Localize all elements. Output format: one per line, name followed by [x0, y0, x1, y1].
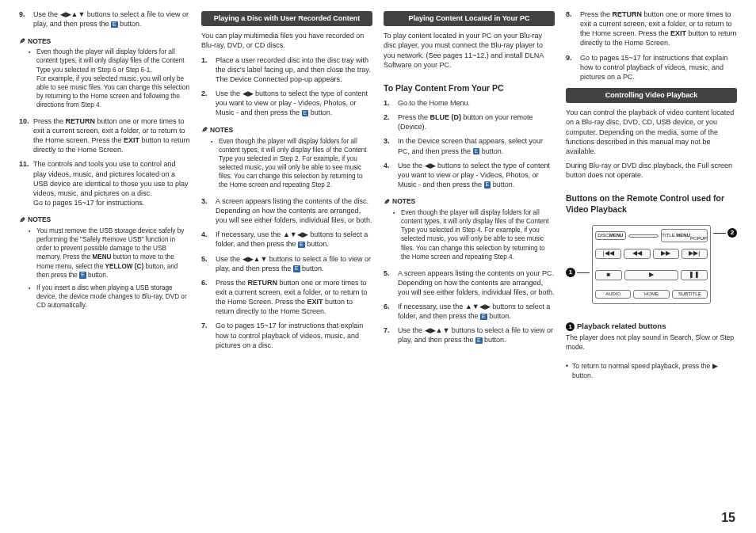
step-number: 9.	[566, 53, 580, 82]
col2-steps-a: 1.Place a user recorded disc into the di…	[201, 55, 372, 123]
step-text: The controls and tools you use to contro…	[33, 159, 190, 207]
column-4: 8.Press the RETURN button one or more ti…	[566, 10, 737, 511]
leader-line-icon	[713, 233, 726, 234]
step-text: Press the RETURN button one or more time…	[580, 10, 737, 48]
step-number: 8.	[566, 10, 580, 48]
callout-1: 1	[566, 268, 575, 277]
col1-notes-a: Even though the player will display fold…	[19, 48, 190, 112]
step-number: 2.	[384, 112, 398, 131]
step-number: 7.	[201, 321, 216, 349]
manual-page: 9.Use the ◀▶▲▼ buttons to select a file …	[0, 0, 756, 533]
note-item: If you insert a disc when playing a USB …	[30, 284, 190, 310]
page-number: 15	[721, 509, 735, 527]
intro-text: You can play multimedia files you have r…	[201, 31, 372, 50]
remote-subtitle-button: SUBTITLE	[672, 290, 708, 299]
step-text: If necessary, use the ▲▼◀▶ buttons to se…	[216, 230, 372, 249]
step-number: 6.	[384, 302, 398, 321]
step-number: 10.	[19, 116, 33, 155]
callout-2: 2	[727, 228, 737, 238]
step-text: Use the ◀▶ buttons to select the type of…	[216, 89, 372, 117]
step-text: Go to pages 15~17 for instructions that …	[216, 321, 372, 349]
col1-notes-b: You must remove the USB storage device s…	[19, 227, 190, 314]
remote-disc-menu-button: DISC MENU	[595, 231, 626, 240]
remote-forward-button: ▶▶	[653, 249, 679, 259]
col2-steps-b: 3.A screen appears listing the contents …	[201, 196, 372, 355]
playback-note: The player does not play sound in Search…	[566, 333, 737, 352]
step-number: 1.	[384, 98, 398, 108]
intro-text: To play content located in your PC on yo…	[384, 31, 555, 70]
remote-layout: DISC MENU TITLE MENUPOPUP |◀◀ ◀◀ ▶▶ ▶▶| …	[592, 225, 711, 304]
remote-stop-button: ■	[595, 270, 622, 280]
step-number: 3.	[384, 136, 398, 155]
step-number: 5.	[201, 254, 216, 273]
col3-steps-a: 1.Go to the Home Menu. 2.Press the BLUE …	[384, 98, 555, 194]
remote-figure: 1 2 DISC MENU TITLE MENUPOPUP |◀◀ ◀◀ ▶▶ …	[566, 225, 737, 312]
note-item: Even though the player will display fold…	[30, 48, 190, 109]
step-text: Use the ◀▶▲▼ buttons to select a file to…	[33, 10, 190, 29]
step-number: 11.	[19, 159, 33, 207]
remote-pause-button: ❚❚	[681, 270, 708, 280]
step-number: 1.	[201, 55, 216, 84]
step-text: Use the ◀▶▲▼ buttons to select a file to…	[398, 326, 555, 345]
step-number: 4.	[384, 161, 398, 189]
remote-rewind-button: ◀◀	[624, 249, 650, 259]
column-2: Playing a Disc with User Recorded Conten…	[201, 10, 372, 511]
step-number: 4.	[201, 230, 216, 249]
col1-steps-b: 10.Press the RETURN button one or more t…	[19, 116, 190, 212]
note-item: You must remove the USB storage device s…	[30, 227, 190, 279]
step-text: Press the RETURN button one or more time…	[33, 116, 190, 155]
remote-play-button: ▶	[624, 270, 678, 280]
step-number: 6.	[201, 278, 216, 317]
step-text: If necessary, use the ▲▼◀▶ buttons to se…	[398, 302, 555, 321]
note-item: Even though the player will display fold…	[395, 208, 555, 261]
step-text: A screen appears listing the contents of…	[216, 196, 372, 225]
remote-audio-button: AUDIO	[595, 290, 631, 299]
notes-label: NOTES	[384, 197, 555, 207]
column-3: Playing Content Located in Your PC To pl…	[384, 10, 555, 511]
step-number: 7.	[384, 326, 398, 345]
column-1: 9.Use the ◀▶▲▼ buttons to select a file …	[19, 10, 190, 511]
remote-title-menu-button: TITLE MENUPOPUP	[661, 229, 708, 242]
col1-steps-a: 9.Use the ◀▶▲▼ buttons to select a file …	[19, 10, 190, 33]
notes-label: NOTES	[201, 125, 372, 135]
col4-steps-cont: 8.Press the RETURN button one or more ti…	[566, 10, 737, 86]
playback-tip: To return to normal speed playback, pres…	[566, 362, 737, 380]
note-item: Even though the player will display fold…	[212, 137, 372, 189]
callout-circle-icon: 1	[566, 322, 575, 331]
step-text: Go to the Home Menu.	[398, 98, 555, 108]
subsection-heading: To Play Content From Your PC	[384, 82, 555, 93]
subsection-heading: Buttons on the Remote Control used for V…	[566, 192, 737, 215]
notes-label: NOTES	[19, 36, 190, 46]
section-banner: Playing a Disc with User Recorded Conten…	[201, 11, 372, 26]
callout-circle-icon: 2	[727, 228, 737, 238]
playback-subhead: 1Playback related buttons	[566, 322, 737, 332]
callout-circle-icon: 1	[566, 268, 575, 277]
remote-skip-back-button: |◀◀	[595, 249, 621, 259]
col2-notes: Even though the player will display fold…	[201, 137, 372, 193]
step-text: Go to pages 15~17 for instructions that …	[580, 53, 737, 82]
notes-label: NOTES	[19, 215, 190, 225]
step-text: Place a user recorded disc into the disc…	[216, 55, 372, 84]
step-number: 9.	[19, 10, 33, 29]
step-text: Press the RETURN button one or more time…	[216, 278, 372, 317]
leader-line-icon	[577, 272, 590, 273]
step-text: A screen appears listing the contents on…	[398, 268, 555, 297]
col3-steps-b: 5.A screen appears listing the contents …	[384, 268, 555, 350]
step-number: 3.	[201, 196, 216, 225]
step-text: Press the BLUE (D) button on your remote…	[398, 112, 555, 131]
step-text: In the Device screen that appears, selec…	[398, 136, 555, 155]
remote-home-button: HOME	[633, 290, 669, 299]
step-text: Use the ◀▶ buttons to select the type of…	[398, 161, 555, 189]
step-number: 2.	[201, 89, 216, 117]
remote-blank-button	[628, 234, 659, 238]
para: During Blu-ray or DVD disc playback, the…	[566, 161, 737, 180]
section-banner: Controlling Video Playback	[566, 88, 737, 103]
section-banner: Playing Content Located in Your PC	[384, 11, 555, 26]
col3-notes: Even though the player will display fold…	[384, 208, 555, 265]
step-number: 5.	[384, 268, 398, 297]
para: You can control the playback of video co…	[566, 108, 737, 156]
remote-skip-forward-button: ▶▶|	[682, 249, 708, 259]
step-text: Use the ◀▶▲▼ buttons to select a file to…	[216, 254, 372, 273]
